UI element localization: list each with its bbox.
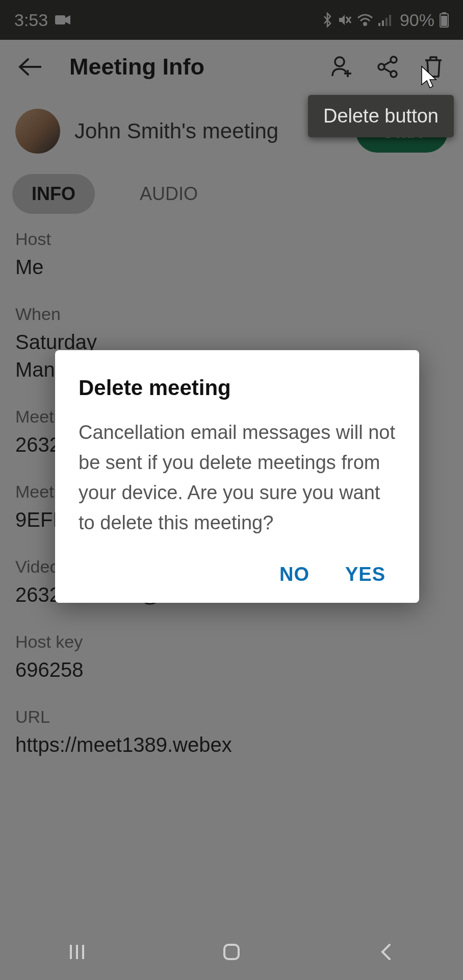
system-nav-bar	[0, 924, 463, 980]
home-button[interactable]	[216, 937, 247, 967]
back-nav-button[interactable]	[371, 937, 401, 967]
svg-rect-18	[224, 945, 239, 959]
mouse-cursor-icon	[421, 65, 438, 90]
dialog-yes-button[interactable]: YES	[345, 564, 385, 585]
dialog-actions: NO YES	[79, 564, 396, 585]
dialog-no-button[interactable]: NO	[279, 564, 310, 585]
delete-meeting-dialog: Delete meeting Cancellation email messag…	[55, 350, 419, 603]
modal-overlay: Delete button Delete meeting Cancellatio…	[0, 0, 463, 980]
dialog-title: Delete meeting	[79, 376, 396, 400]
recents-button[interactable]	[62, 937, 92, 967]
screen-root: 3:53 90% M	[0, 0, 463, 980]
delete-tooltip: Delete button	[308, 95, 454, 137]
dialog-body: Cancellation email messages will not be …	[79, 418, 396, 538]
